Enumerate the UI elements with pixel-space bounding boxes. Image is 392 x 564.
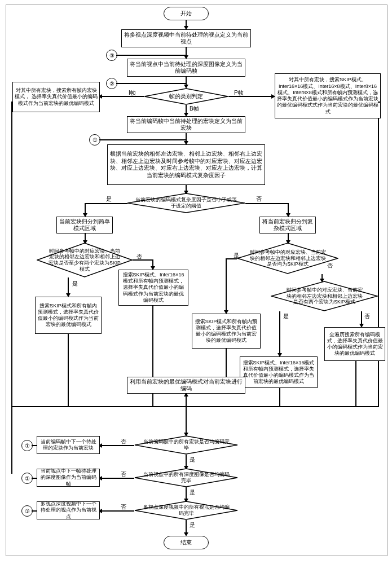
ref-3-b: ③: [21, 505, 33, 517]
lbl-no-c2: 否: [364, 312, 370, 320]
lbl-yes-l1: 是: [190, 456, 195, 464]
dia-frame-type: 帧的类别判定: [144, 88, 228, 105]
lbl-yes-c2: 是: [283, 312, 289, 320]
box-encode: 利用当前宏块的最优编码模式对当前宏块进行编码: [127, 377, 245, 394]
box-next-view: 多视点深度视频中下一个待处理的视点作为当前视点: [37, 501, 100, 519]
lbl-yes-s: 是: [72, 280, 78, 288]
dia-threshold: 当前宏块的编码模式复杂度因子是否小于或等于设定的阈值: [127, 193, 245, 213]
ref-2-b: ②: [21, 473, 33, 484]
lbl-no-l1: 否: [121, 438, 126, 446]
dia-complex-all: 时间参考帧中的对应宏块、当前宏块的相邻左边宏块和相邻上边宏块是否均为SKIP模式: [237, 243, 338, 274]
lbl-no-l3: 否: [121, 503, 126, 511]
box-b12: 搜索SKIP模式和所有帧内预测模式，选择率失真代价值最小的编码模式作为当前宏块的…: [192, 314, 261, 349]
ref-1-top: ①: [89, 134, 100, 146]
ref-3-top: ③: [106, 50, 117, 61]
box-b11: 搜索SKIP模式、Inter16×16模式和所有帧内预测模式，选择率失真代价值最…: [118, 270, 188, 306]
box-p-frame: 对其中所有宏块，搜索SKIP模式、Inter16×16模式、Inter16×8模…: [275, 73, 381, 118]
box-b13: 搜索SKIP模式、Inter16×16模式和所有帧内预测模式，选择率失真代价值最…: [240, 356, 318, 388]
dia-frame-done: 当前视点中的所有深度图像是否均编码完毕: [134, 468, 238, 487]
start-terminal: 开始: [164, 7, 209, 20]
lbl-yes1: 是: [106, 195, 112, 203]
lbl-no-l2: 否: [121, 470, 126, 478]
box-b14: 全遍历搜索所有编码模式，选择率失真代价值最小的编码模式作为当前宏块的最优编码模式: [324, 327, 385, 361]
box-complexity: 根据当前宏块的相邻左边宏块、相邻上边宏块、相邻右上边宏块、相邻左上边宏块及时间参…: [107, 144, 265, 185]
box-define-frame: 将当前视点中当前待处理的深度图像定义为当前编码帧: [127, 59, 245, 77]
lbl-no-c1: 否: [327, 262, 333, 270]
box-i-frame: 对其中所有宏块，搜索所有帧内宏块模式， 选择率失真代价值最小的编码模式作为当前宏…: [12, 82, 100, 112]
box-next-mb: 当前编码帧中下一个待处理的宏块作为当前宏块: [37, 436, 100, 454]
ref-2-top: ②: [106, 78, 117, 89]
end-label: 结束: [180, 539, 192, 547]
box-b10: 搜索SKIP模式和所有帧内预测模式，选择率失真代价值最小的编码模式作为当前宏块的…: [35, 297, 102, 334]
start-label: 开始: [180, 10, 192, 17]
box-complex: 将当前宏块归分到复杂模式区域: [259, 217, 316, 233]
ref-1-b: ①: [21, 440, 33, 451]
dia-complex-two: 时间参考帧中的对应宏块、当前宏块的相邻左边宏块和相邻上边宏块是否有两个宏块为SK…: [271, 281, 378, 311]
box-define-mb: 将当前编码帧中当前待处理的宏块定义为当前宏块: [127, 116, 245, 133]
box-next-frame: 当前视点中下一帧待处理的深度图像作为当前编码帧: [37, 469, 100, 487]
end-terminal: 结束: [164, 536, 209, 549]
lbl-no1: 否: [256, 195, 262, 203]
dia-mb-done: 当前编码帧中的所有宏块是否均编码完毕: [134, 435, 238, 455]
lbl-yes-l2: 是: [190, 488, 195, 496]
dia-view-done: 多视点深度视频中的所有视点是否均编码完毕: [134, 501, 238, 520]
box-simple: 当前宏块归分到简单模式区域: [56, 217, 113, 233]
lbl-yes-l3: 是: [190, 521, 195, 529]
box-define-view: 将多视点深度视频中当前待处理的视点定义为当前视点: [121, 29, 251, 47]
lbl-b: B帧: [190, 105, 199, 113]
